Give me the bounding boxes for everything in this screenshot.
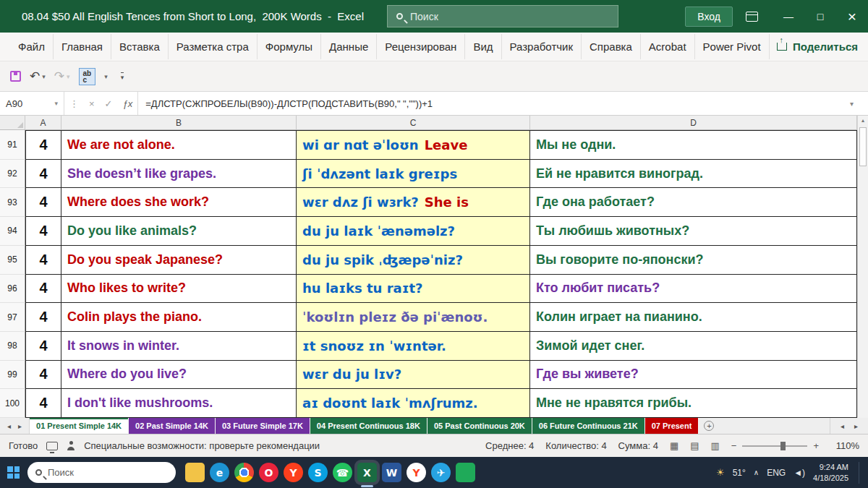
enter-icon[interactable]: ✓ — [100, 98, 118, 109]
zoom-level[interactable]: 110% — [830, 440, 859, 451]
cell-transcription[interactable]: wi ɑr nɑt əˈloʊnLeave — [297, 130, 530, 160]
accessibility-text[interactable]: Специальные возможности: проверьте реком… — [84, 440, 320, 451]
green-app-icon[interactable] — [456, 463, 475, 482]
insert-function-icon[interactable]: ƒx — [118, 98, 138, 109]
cell-word-count[interactable]: 4 — [25, 361, 61, 390]
word-icon[interactable]: W — [382, 463, 401, 482]
tab-scroll-buttons[interactable]: ◂ ▸ — [830, 418, 868, 434]
cell-transcription[interactable]: du ju laɪk ˈænəməlz? — [297, 217, 530, 246]
cell-english[interactable]: Colin plays the piano. — [61, 303, 297, 332]
sheet-tab-6[interactable]: 07 Present — [645, 418, 699, 434]
cell-word-count[interactable]: 4 — [25, 130, 61, 160]
row-number[interactable]: 97 — [0, 303, 25, 332]
row-number[interactable]: 95 — [0, 246, 25, 275]
cell-russian[interactable]: Где вы живете? — [530, 361, 857, 390]
maximize-button[interactable]: □ — [804, 0, 836, 33]
row-number[interactable]: 94 — [0, 217, 25, 246]
weather-temp[interactable]: 51° — [733, 468, 746, 478]
yandex-browser-icon[interactable]: Y — [284, 463, 303, 482]
tab-scroll-left-icon[interactable]: ◂ — [841, 422, 844, 430]
add-sheet-button[interactable]: + — [704, 418, 714, 434]
ribbon-tab-2[interactable]: Вставка — [111, 34, 169, 59]
redo-caret-icon[interactable]: ▾ — [67, 73, 70, 80]
zoom-control[interactable]: − + — [731, 440, 819, 451]
vertical-scrollbar[interactable] — [857, 116, 868, 418]
yandex-start-icon[interactable]: Y — [407, 463, 426, 482]
sheet-tab-1[interactable]: 02 Past Simple 14K — [129, 418, 216, 434]
cell-word-count[interactable]: 4 — [25, 332, 61, 361]
cell-russian[interactable]: Мне не нравятся грибы. — [530, 389, 857, 418]
cell-russian[interactable]: Кто любит писать? — [530, 275, 857, 304]
sheet-tab-4[interactable]: 05 Past Continuous 20K — [427, 418, 532, 434]
sheet-nav-left-icon[interactable]: ◂ — [7, 422, 11, 430]
language-indicator[interactable]: ENG — [767, 468, 786, 478]
page-break-view-icon[interactable]: ▥ — [711, 440, 720, 451]
sheet-tab-5[interactable]: 06 Future Continuous 21K — [532, 418, 645, 434]
cell-transcription[interactable]: aɪ doʊnt laɪk ˈmʌʃrumz. — [297, 389, 530, 418]
cell-english[interactable]: Do you speak Japanese? — [61, 246, 297, 275]
sheet-tab-3[interactable]: 04 Present Continuous 18K — [310, 418, 427, 434]
cell-russian[interactable]: Вы говорите по-японски? — [530, 246, 857, 275]
sheet-tab-2[interactable]: 03 Future Simple 17K — [216, 418, 310, 434]
start-button[interactable] — [7, 466, 20, 479]
cell-transcription[interactable]: wɛr du ju lɪv? — [297, 361, 530, 390]
sign-in-button[interactable]: Вход — [685, 7, 733, 27]
ribbon-tab-9[interactable]: Справка — [582, 34, 641, 59]
row-number[interactable]: 96 — [0, 275, 25, 304]
redo-button[interactable]: ↷▾ — [54, 69, 70, 84]
cell-english[interactable]: She doesn’t like grapes. — [61, 160, 297, 189]
translate-icon[interactable]: abc — [79, 68, 96, 85]
save-icon[interactable] — [10, 71, 21, 82]
cell-transcription[interactable]: du ju spik ˌʤæpəˈniz? — [297, 246, 530, 275]
select-all-corner[interactable] — [0, 116, 25, 129]
page-layout-view-icon[interactable]: ▤ — [690, 440, 699, 451]
zoom-track[interactable] — [742, 445, 807, 447]
sheet-navigation[interactable]: ◂ ▸ — [0, 418, 30, 434]
formula-text[interactable]: =ДЛСТР(СЖПРОБЕЛЫ(B90))-ДЛСТР(ПОДСТАВИТЬ(… — [138, 98, 433, 109]
cell-english[interactable]: We are not alone. — [61, 130, 297, 160]
ribbon-tab-6[interactable]: Рецензирован — [377, 34, 465, 59]
file-explorer-icon[interactable] — [185, 463, 205, 482]
translate-caret-icon[interactable]: ▾ — [104, 73, 108, 80]
name-box[interactable]: A90 ▾ — [0, 92, 64, 115]
ribbon-tab-4[interactable]: Формулы — [258, 34, 321, 59]
ribbon-tab-1[interactable]: Главная — [54, 34, 111, 59]
cell-transcription[interactable]: hu laɪks tu raɪt? — [297, 275, 530, 304]
ribbon-tab-0[interactable]: Файл — [10, 34, 54, 59]
telegram-icon[interactable]: ✈ — [431, 463, 451, 482]
taskbar-search-input[interactable] — [48, 467, 156, 478]
column-header-C[interactable]: C — [297, 116, 530, 129]
close-button[interactable]: × — [836, 0, 868, 33]
titlebar-search-input[interactable] — [410, 11, 584, 22]
weather-icon[interactable]: ☀ — [716, 467, 725, 478]
cell-english[interactable]: Do you like animals? — [61, 217, 297, 246]
share-button[interactable]: Поделиться — [777, 40, 858, 53]
excel-icon[interactable]: X — [357, 463, 377, 482]
cell-word-count[interactable]: 4 — [25, 160, 61, 189]
row-number[interactable]: 98 — [0, 332, 25, 361]
row-number[interactable]: 91 — [0, 130, 25, 160]
normal-view-icon[interactable]: ▦ — [670, 440, 678, 451]
cell-english[interactable]: It snows in winter. — [61, 332, 297, 361]
undo-caret-icon[interactable]: ▾ — [42, 73, 46, 80]
ribbon-tab-11[interactable]: Power Pivot — [695, 34, 770, 59]
ribbon-display-options-icon[interactable] — [746, 12, 758, 22]
edge-icon[interactable]: e — [210, 463, 229, 482]
row-number[interactable]: 92 — [0, 160, 25, 189]
cell-russian[interactable]: Ты любишь животных? — [530, 217, 857, 246]
cell-word-count[interactable]: 4 — [25, 188, 61, 217]
row-number[interactable]: 99 — [0, 361, 25, 390]
cancel-icon[interactable]: × — [84, 98, 100, 109]
cell-english[interactable]: Where do you live? — [61, 361, 297, 390]
cell-word-count[interactable]: 4 — [25, 389, 61, 418]
cell-transcription[interactable]: ʃi ˈdʌzənt laɪk greɪps — [297, 160, 530, 189]
macro-record-icon[interactable] — [46, 442, 58, 450]
cell-word-count[interactable]: 4 — [25, 303, 61, 332]
cell-english[interactable]: Who likes to write? — [61, 275, 297, 304]
name-box-caret-icon[interactable]: ▾ — [54, 100, 58, 107]
sheet-tab-0[interactable]: 01 Present Simple 14K — [30, 418, 129, 434]
sheet-nav-right-icon[interactable]: ▸ — [18, 422, 22, 430]
tray-chevron-icon[interactable]: ∧ — [754, 468, 759, 476]
clock[interactable]: 9:24 AM 4/18/2025 — [813, 462, 848, 483]
column-header-A[interactable]: A — [25, 116, 61, 129]
